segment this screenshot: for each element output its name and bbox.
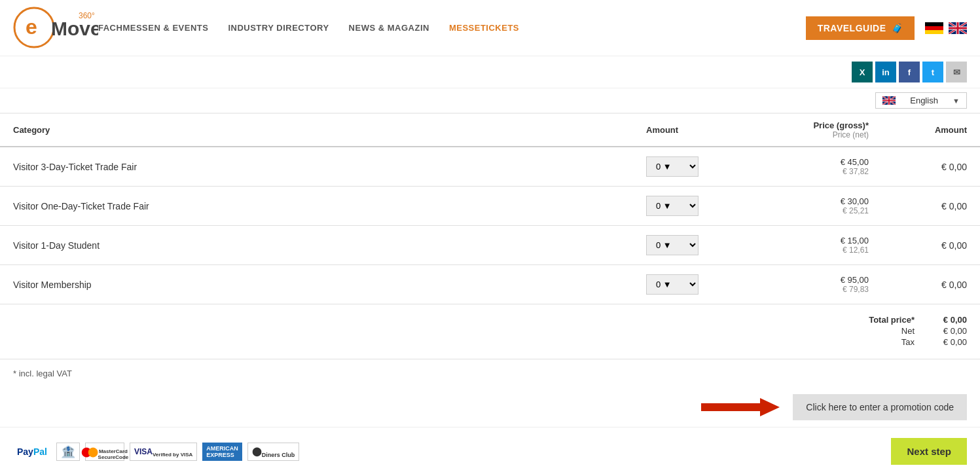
row-amount: € 0,00 — [882, 226, 980, 265]
table-row: Visitor 1-Day Student 0 ▼ 1 2 3 4 5 € 15… — [0, 226, 980, 265]
col-amount: Amount — [633, 114, 738, 147]
table-row: Visitor One-Day-Ticket Trade Fair 0 ▼ 1 … — [0, 187, 980, 226]
logo[interactable]: e Move 360° — [13, 7, 98, 49]
row-price: € 95,00 € 79,83 — [738, 265, 882, 304]
svg-rect-4 — [925, 22, 943, 26]
visa-logo: VISAVerified by VISA — [130, 443, 197, 461]
language-label: English — [910, 96, 938, 105]
total-price-label: Total price* — [869, 315, 915, 325]
qty-select-2[interactable]: 0 ▼ 1 2 3 4 5 — [646, 235, 699, 255]
row-price: € 15,00 € 12,61 — [738, 226, 882, 265]
vat-note: * incl. legal VAT — [0, 359, 980, 388]
twitter-icon[interactable]: t — [922, 62, 943, 82]
promo-button[interactable]: Click here to enter a promotion code — [793, 394, 967, 420]
nav-links: FACHMESSEN & EVENTS INDUSTRY DIRECTORY N… — [98, 23, 806, 33]
uk-flag[interactable] — [949, 22, 967, 34]
net-value: € 0,00 — [928, 326, 967, 336]
svg-text:Move: Move — [51, 18, 98, 39]
german-flag[interactable] — [925, 22, 943, 34]
chevron-down-icon: ▼ — [953, 97, 960, 105]
tax-value: € 0,00 — [928, 337, 967, 347]
net-label: Net — [901, 326, 915, 336]
row-qty[interactable]: 0 ▼ 1 2 3 4 5 — [633, 265, 738, 304]
mail-icon[interactable]: ✉ — [946, 62, 967, 82]
ticket-table: Category Amount Price (gross)* Price (ne… — [0, 114, 980, 304]
promo-section: Click here to enter a promotion code — [0, 388, 980, 427]
row-price: € 30,00 € 25,21 — [738, 187, 882, 226]
header: e Move 360° FACHMESSEN & EVENTS INDUSTRY… — [0, 0, 980, 56]
red-arrow-icon — [701, 394, 780, 420]
table-row: Visitor Membership 0 ▼ 1 2 3 4 5 € 95,00… — [0, 265, 980, 304]
col-amount2: Amount — [882, 114, 980, 147]
next-step-button[interactable]: Next step — [891, 438, 967, 465]
qty-select-3[interactable]: 0 ▼ 1 2 3 4 5 — [646, 274, 699, 295]
row-category: Visitor Membership — [0, 265, 633, 304]
promo-arrow — [701, 394, 780, 420]
facebook-icon[interactable]: f — [899, 62, 920, 82]
row-category: Visitor 1-Day Student — [0, 226, 633, 265]
row-category: Visitor 3-Day-Ticket Trade Fair — [0, 147, 633, 187]
qty-select-1[interactable]: 0 ▼ 1 2 3 4 5 — [646, 196, 699, 216]
col-category: Category — [0, 114, 633, 147]
nav-messetickets[interactable]: MESSETICKETS — [449, 23, 519, 33]
language-selector[interactable]: English ▼ — [875, 92, 967, 109]
diners-logo: ⬤Diners Club — [247, 443, 300, 461]
payment-section: PayPal 🏦 ⬤⬤MasterCard SecureCode VISAVer… — [0, 427, 980, 472]
row-qty[interactable]: 0 ▼ 1 2 3 4 5 — [633, 226, 738, 265]
social-bar: X in f t ✉ — [0, 56, 980, 88]
nav-news[interactable]: NEWS & MAGAZIN — [349, 23, 429, 33]
travelguide-label: TRAVELGUIDE — [818, 23, 886, 33]
total-price-value: € 0,00 — [928, 315, 967, 325]
bank-logo: 🏦 — [56, 443, 80, 461]
table-row: Visitor 3-Day-Ticket Trade Fair 0 ▼ 1 2 … — [0, 147, 980, 187]
tax-label: Tax — [901, 337, 915, 347]
row-qty[interactable]: 0 ▼ 1 2 3 4 5 — [633, 147, 738, 187]
svg-text:360°: 360° — [79, 11, 95, 20]
amex-logo: AMERICANEXPRESS — [202, 443, 242, 461]
language-bar: English ▼ — [0, 88, 980, 114]
travelguide-button[interactable]: TRAVELGUIDE 🧳 — [806, 16, 915, 40]
mastercard-logo: ⬤⬤MasterCard SecureCode — [85, 443, 124, 461]
uk-flag-small — [882, 96, 896, 105]
qty-select-0[interactable]: 0 ▼ 1 2 3 4 5 — [646, 156, 699, 177]
col-price: Price (gross)* Price (net) — [738, 114, 882, 147]
row-qty[interactable]: 0 ▼ 1 2 3 4 5 — [633, 187, 738, 226]
row-price: € 45,00 € 37,82 — [738, 147, 882, 187]
totals-section: Total price* € 0,00 Net € 0,00 Tax € 0,0… — [0, 304, 980, 359]
briefcase-icon: 🧳 — [892, 23, 903, 33]
payment-logos: PayPal 🏦 ⬤⬤MasterCard SecureCode VISAVer… — [13, 443, 299, 461]
row-category: Visitor One-Day-Ticket Trade Fair — [0, 187, 633, 226]
svg-marker-9 — [701, 398, 780, 416]
xing-icon[interactable]: X — [852, 62, 873, 82]
svg-rect-5 — [925, 26, 943, 30]
row-amount: € 0,00 — [882, 147, 980, 187]
linkedin-icon[interactable]: in — [875, 62, 896, 82]
nav-industry[interactable]: INDUSTRY DIRECTORY — [228, 23, 329, 33]
nav-fachmessen[interactable]: FACHMESSEN & EVENTS — [98, 23, 208, 33]
svg-rect-6 — [925, 30, 943, 34]
svg-text:e: e — [26, 15, 37, 39]
row-amount: € 0,00 — [882, 187, 980, 226]
flag-icons — [925, 22, 967, 34]
row-amount: € 0,00 — [882, 265, 980, 304]
paypal-logo: PayPal — [13, 443, 51, 461]
